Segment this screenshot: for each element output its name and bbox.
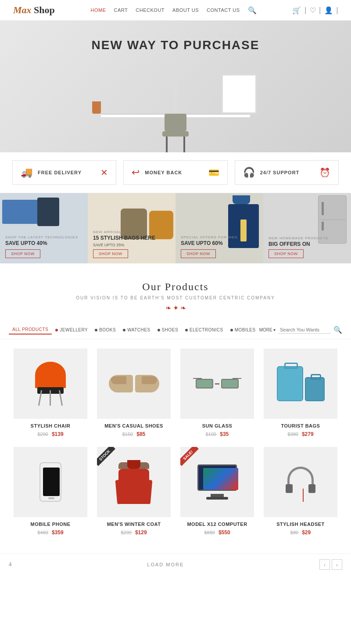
nav-home[interactable]: HOME [91, 7, 106, 13]
luggage-image [264, 349, 337, 419]
user-icon[interactable]: 👤 [324, 6, 333, 14]
filter-books[interactable]: BOOKS [91, 326, 119, 334]
promo-tech-tag: SHOP THE LATEST TECHNOLOGIES [5, 235, 82, 239]
load-more-btn[interactable]: LOAD MORE [12, 562, 319, 567]
headset-price-new: $29 [302, 529, 311, 536]
glass-lens-left [196, 379, 213, 389]
glass-bridge [215, 383, 219, 385]
next-arrow[interactable]: › [332, 559, 342, 570]
chair-price-new: $139 [52, 431, 64, 437]
glass-arm-left [193, 378, 202, 379]
main-nav: HOME CART CHECKOUT ABOUT US CONTACT US 🔍 [91, 6, 257, 14]
nav-about[interactable]: ABOUT US [172, 7, 199, 13]
headset-ear-left [286, 484, 293, 493]
search-icon-filter[interactable]: 🔍 [333, 326, 342, 334]
features-section: 🚚 FREE DELIVERY ✕ ↩ MONEY BACK 💳 🎧 24/7 … [0, 152, 351, 193]
promo-bags-title: 15 STYLISH BAGS HERE [93, 235, 170, 242]
promo-suit-btn[interactable]: Shop Now [181, 249, 216, 258]
coat-badge: STOCK [97, 447, 119, 469]
glass-frame [193, 373, 241, 395]
feature-money-back: ↩ MONEY BACK 💳 [123, 160, 227, 185]
promo-fridge-content: NEW HOMEMADE PRODUCTS BIG OFFERS ON Shop… [269, 236, 346, 258]
suitcase-small [305, 377, 325, 401]
tv-price-new: $550 [218, 529, 230, 536]
promo-bags-btn[interactable]: Shop Now [93, 249, 128, 258]
promo-suit-tag: SPECIAL OFFERS FOR MEN [181, 235, 258, 239]
ornament: ❧ ✦ ❧ [9, 304, 342, 312]
phone-screen [43, 468, 60, 496]
wishlist-icon[interactable]: ♡ [310, 6, 316, 14]
promo-bags-sub: SAVE UPTO 25% [93, 243, 170, 247]
tv-name: MODEL X12 COMPUTER [180, 522, 254, 527]
luggage-price-old: $380 [287, 432, 298, 437]
promo-fridge: NEW HOMEMADE PRODUCTS BIG OFFERS ON Shop… [263, 193, 351, 263]
feature-free-delivery: 🚚 FREE DELIVERY ✕ [12, 160, 116, 185]
luggage-art [277, 366, 325, 401]
filter-search-area: 🔍 [278, 326, 342, 334]
shoe-right [135, 375, 159, 392]
promo-tech-content: SHOP THE LATEST TECHNOLOGIES SAVE UPTO 4… [5, 235, 82, 258]
glasses-name: SUN GLASS [180, 423, 254, 428]
logo-shop: Shop [34, 4, 55, 15]
product-headset[interactable]: STYLISH HEADSET $80 $29 [259, 442, 342, 540]
luggage-prices: $380 $279 [264, 431, 337, 437]
filter-watches[interactable]: WATCHES [119, 326, 154, 334]
phone-prices: $460 $359 [14, 529, 87, 536]
product-coat[interactable]: STOCK MEN'S WINTER COAT $209 $129 [92, 442, 176, 540]
product-tv[interactable]: SALE! MODEL X12 COMPUTER $880 $550 [176, 442, 259, 540]
cart-icon[interactable]: 🛒 [292, 6, 301, 14]
product-luggage[interactable]: TOURIST BAGS $380 $279 [259, 344, 342, 442]
delivery-label: FREE DELIVERY [38, 170, 82, 175]
divider3: | [337, 6, 338, 14]
chair-prices: $200 $139 [14, 431, 87, 437]
nav-cart[interactable]: CART [114, 7, 128, 13]
promo-fridge-btn[interactable]: Shop Now [269, 249, 304, 258]
site-logo[interactable]: Max Shop [13, 4, 55, 16]
phone-image [14, 447, 87, 517]
filter-mobiles[interactable]: MOBILES [227, 326, 259, 334]
tv-art [195, 464, 239, 500]
filter-all-products[interactable]: ALL PRODUCTS [9, 325, 52, 335]
chair-seat [162, 131, 189, 137]
glasses-price-new: $35 [220, 431, 229, 437]
product-phone[interactable]: MOBILE PHONE $460 $359 [9, 442, 92, 540]
nav-contact[interactable]: CONTACT US [207, 7, 240, 13]
filter-electronics[interactable]: ELECTRONICS [182, 326, 227, 334]
logo-max: Max [13, 4, 32, 15]
headset-ear-right [308, 484, 315, 493]
promo-tech-btn[interactable]: Shop Now [5, 249, 40, 258]
search-icon[interactable]: 🔍 [248, 6, 257, 14]
nav-arrows: ‹ › [319, 559, 342, 570]
phone-price-old: $460 [37, 530, 48, 535]
headset-price-old: $80 [290, 530, 298, 535]
chair-back [165, 114, 186, 131]
footer-bar: 4 LOAD MORE ‹ › [0, 554, 351, 575]
filter-jewellery[interactable]: JEWELLERY [52, 326, 91, 334]
filter-dot-electronics [185, 329, 188, 331]
phone-btn [48, 497, 54, 499]
nav-checkout[interactable]: CHECKOUT [136, 7, 165, 13]
promo-fridge-tag: NEW HOMEMADE PRODUCTS [269, 236, 346, 240]
search-input[interactable] [278, 326, 331, 334]
feature-left-support: 🎧 24/7 SUPPORT [243, 167, 300, 178]
feature-left-money: ↩ MONEY BACK [132, 167, 182, 178]
luggage-name: TOURIST BAGS [264, 423, 337, 428]
prev-arrow[interactable]: ‹ [319, 559, 330, 570]
filter-shoes[interactable]: SHOES [154, 326, 182, 334]
product-chair[interactable]: STYLISH CHAIR $200 $139 [9, 344, 92, 442]
chair-back-p [35, 362, 66, 388]
wall-frame [222, 74, 257, 114]
promo-bags-content: NEW ARRIVALS 15 STYLISH BAGS HERE SAVE U… [93, 230, 170, 258]
glasses-image [180, 349, 254, 419]
product-glasses[interactable]: SUN GLASS $100 $35 [176, 344, 259, 442]
desk-leg-right [175, 82, 178, 117]
promo-suit-save: SAVE UPTO 60% [181, 240, 258, 246]
glass-arm-right [233, 378, 241, 379]
suitcase-big [277, 366, 303, 401]
product-shoes[interactable]: MEN'S CASUAL SHOES $150 $85 [92, 344, 176, 442]
filter-more[interactable]: MORE ▾ [259, 327, 276, 332]
headset-art [281, 462, 320, 502]
tv-screen [197, 464, 237, 491]
products-section-title: Our Products OUR VISION IS TO BE EARTH'S… [0, 263, 351, 321]
coat-prices: $209 $129 [97, 529, 171, 536]
